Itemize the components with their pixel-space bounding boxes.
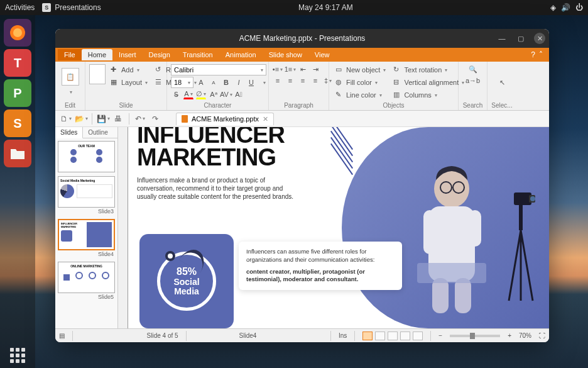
slide-description[interactable]: Influencers make a brand or product a to… — [137, 176, 294, 201]
numbering-icon[interactable]: 1≡ — [285, 64, 295, 74]
view-show-icon[interactable] — [413, 332, 423, 340]
menu-home[interactable]: Home — [82, 49, 112, 60]
qat-redo-icon[interactable]: ↷ — [148, 113, 162, 125]
network-icon[interactable]: ◈ — [550, 3, 556, 12]
slide-callout[interactable]: Influencers can assume five different ro… — [239, 242, 402, 290]
strikethrough-icon[interactable]: S̶ — [171, 89, 181, 99]
menu-insert[interactable]: Insert — [112, 49, 143, 60]
underline-dropdown[interactable] — [259, 77, 269, 87]
svg-rect-11 — [514, 192, 531, 205]
indent-icon[interactable]: ⇥ — [310, 64, 320, 74]
dock-files[interactable] — [4, 140, 31, 167]
superscript-icon[interactable]: Aᵃ — [209, 89, 219, 99]
dock-show-apps[interactable] — [10, 348, 25, 363]
sidebar-toggle-icon[interactable]: ▤ — [59, 332, 65, 339]
menu-design[interactable]: Design — [143, 49, 177, 60]
maximize-button[interactable]: ▢ — [515, 33, 526, 44]
align-center-icon[interactable]: ≡ — [285, 75, 295, 86]
zoom-level[interactable]: 70% — [519, 332, 531, 339]
select-cursor-icon[interactable]: ↖ — [494, 75, 509, 90]
replace-icon[interactable]: a→b — [468, 75, 478, 86]
font-size-select[interactable]: 18▾ — [171, 77, 193, 88]
app-indicator-label[interactable]: Presentations — [55, 3, 101, 12]
italic-icon[interactable]: I — [234, 77, 244, 87]
qat-new-icon[interactable]: 🗋 — [59, 113, 73, 125]
vertical-alignment-button[interactable]: ⊟Vertical alignment — [391, 77, 467, 88]
char-spacing-icon[interactable]: AV — [221, 89, 231, 99]
clear-format-icon[interactable]: A⃠ — [234, 89, 244, 99]
power-icon[interactable]: ⏻ — [575, 3, 583, 12]
menu-animation[interactable]: Animation — [219, 49, 263, 60]
align-left-icon[interactable]: ≡ — [273, 75, 283, 86]
font-color-icon[interactable]: A — [183, 89, 193, 99]
layout-button[interactable]: ▦Layout — [108, 77, 150, 88]
align-right-icon[interactable]: ≡ — [298, 75, 308, 86]
zoom-in-icon[interactable]: + — [508, 332, 511, 339]
view-sorter-icon[interactable] — [375, 332, 385, 340]
view-notes-icon[interactable] — [400, 332, 410, 340]
underline-icon[interactable]: U — [246, 77, 256, 87]
menu-file[interactable]: File — [58, 49, 82, 60]
tab-outline[interactable]: Outline — [83, 127, 113, 138]
dock-firefox[interactable] — [4, 19, 31, 47]
status-slide-counter: Slide 4 of 5 — [147, 332, 178, 339]
svg-point-1 — [13, 28, 22, 37]
thumb-slide3[interactable]: Social Media Marketing Slide3 — [58, 176, 115, 215]
tab-slides[interactable]: Slides — [55, 127, 83, 138]
add-slide-button[interactable]: ✚Add — [108, 64, 150, 75]
columns-button[interactable]: ▥Columns — [391, 89, 467, 101]
reset-icon: ↺ — [155, 65, 164, 74]
close-button[interactable]: ✕ — [534, 33, 545, 44]
status-insert-mode[interactable]: Ins — [339, 332, 347, 339]
find-icon[interactable]: 🔍 — [468, 64, 478, 74]
thumb-label-5: Slide5 — [58, 293, 115, 301]
paste-dropdown[interactable] — [65, 87, 75, 97]
menu-transition[interactable]: Transition — [177, 49, 219, 60]
view-normal-icon[interactable] — [362, 332, 373, 340]
activities-button[interactable]: Activities — [5, 3, 35, 12]
outdent-icon[interactable]: ⇤ — [298, 64, 308, 74]
dock-textmaker[interactable]: T — [4, 49, 31, 77]
add-icon: ✚ — [111, 65, 119, 74]
stat-box[interactable]: 85% SocialMedia — [139, 234, 234, 328]
fill-color-button[interactable]: ◍Fill color — [333, 77, 388, 88]
ribbon-help-icon[interactable]: ? — [531, 50, 535, 59]
menubar: File Home Insert Design Transition Anima… — [55, 48, 549, 62]
font-name-select[interactable]: Calibri▾ — [171, 64, 266, 75]
paste-icon[interactable]: 📋 — [62, 68, 79, 86]
new-slide-icon[interactable] — [89, 64, 106, 84]
highlight-icon[interactable]: ∅ — [196, 89, 206, 99]
zoom-fit-icon[interactable]: ⛶ — [539, 332, 545, 339]
svg-rect-8 — [432, 278, 449, 313]
zoom-out-icon[interactable]: − — [438, 332, 442, 339]
slide-canvas[interactable]: INFLUENCER MARKETING Influencers make a … — [128, 127, 549, 328]
dock-planmaker[interactable]: P — [4, 79, 31, 107]
menu-view[interactable]: View — [308, 49, 336, 60]
ribbon-collapse-icon[interactable]: ˄ — [539, 50, 543, 59]
qat-save-icon[interactable]: 💾 — [96, 113, 110, 125]
volume-icon[interactable]: 🔊 — [561, 3, 570, 12]
zoom-slider[interactable] — [450, 335, 500, 337]
qat-open-icon[interactable]: 📂 — [74, 113, 88, 125]
thumb-slide5[interactable]: ONLINE MARKETING Slide5 — [58, 262, 115, 301]
document-tab-close-icon[interactable]: ✕ — [263, 115, 268, 123]
slide-title[interactable]: INFLUENCER MARKETING — [137, 127, 285, 169]
shrink-font-icon[interactable]: A — [209, 77, 219, 87]
thumb-slide4[interactable]: INFLUENCER MARKETING Slide4 — [58, 219, 115, 258]
minimize-button[interactable]: — — [496, 33, 508, 44]
thumb-slide2[interactable]: OUR TEAM — [58, 141, 115, 172]
new-object-button[interactable]: ▭New object — [333, 64, 388, 75]
bullets-icon[interactable]: •≡ — [273, 64, 283, 74]
qat-undo-icon[interactable]: ↶ — [133, 113, 147, 125]
align-justify-icon[interactable]: ≡ — [310, 75, 320, 86]
qat-print-icon[interactable]: 🖶 — [111, 113, 125, 125]
text-rotation-button[interactable]: ↻Text rotation — [391, 64, 467, 75]
grow-font-icon[interactable]: A — [196, 77, 206, 87]
view-outline-icon[interactable] — [388, 332, 398, 340]
document-tab[interactable]: ACME Marketing.pptx ✕ — [176, 113, 274, 125]
line-color-button[interactable]: ✎Line color — [333, 89, 388, 101]
clock[interactable]: May 24 9:17 AM — [101, 3, 550, 12]
menu-slideshow[interactable]: Slide show — [263, 49, 308, 60]
bold-icon[interactable]: B — [221, 77, 231, 87]
dock-presentations[interactable]: S — [4, 109, 31, 137]
